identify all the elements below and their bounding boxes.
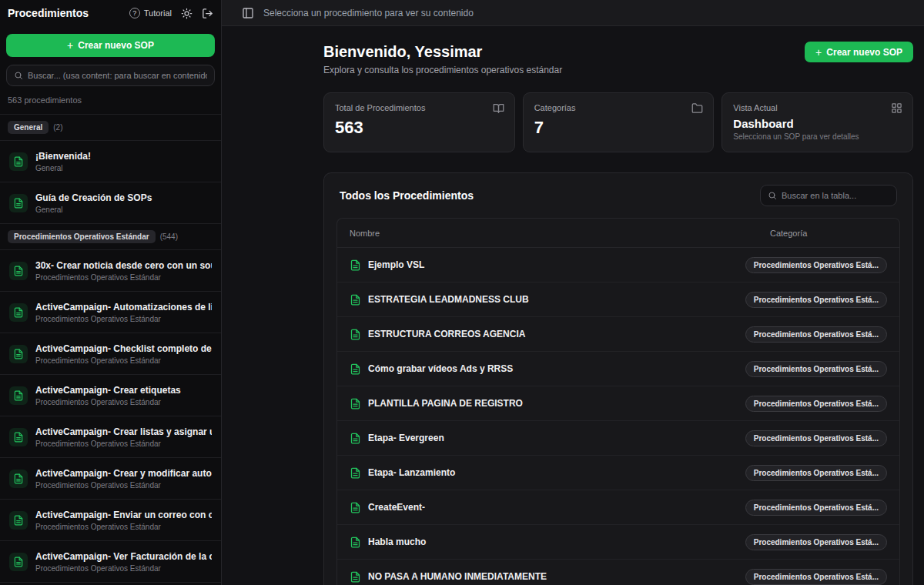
sop-title: ActiveCampaign- Crear y modificar automa… <box>35 468 212 479</box>
sop-category: Procedimientos Operativos Estándar <box>35 398 212 406</box>
sidebar-sop-item[interactable]: 30x- Crear noticia desde cero con un sou… <box>0 250 221 292</box>
theme-toggle-button[interactable] <box>181 8 192 19</box>
create-sop-button-main[interactable]: + Crear nuevo SOP <box>805 42 913 62</box>
document-icon <box>9 553 28 571</box>
sop-title: ActiveCampaign- Ver Facturación de la cu… <box>35 551 212 562</box>
stat-value: 563 <box>335 118 504 138</box>
sop-title: Guía de Creación de SOPs <box>35 192 212 203</box>
create-sop-button[interactable]: + Crear nuevo SOP <box>6 34 215 57</box>
folder-icon <box>691 102 703 114</box>
category-group-header: Procedimientos Operativos Estándar (544) <box>0 224 221 250</box>
sop-title: ActiveCampaign- Enviar un correo con cam… <box>35 510 212 520</box>
sidebar-category-group: Procedimientos Operativos Estándar (544)… <box>0 224 221 583</box>
document-icon <box>350 398 361 410</box>
sidebar-sop-item[interactable]: ActiveCampaign- Crear listas y asignar u… <box>0 416 221 458</box>
search-icon <box>14 71 23 80</box>
table-row[interactable]: NO PASA A HUMANO INMEDIATAMENTE Procedim… <box>337 560 899 585</box>
dashboard-content: Bienvenido, Yessimar Explora y consulta … <box>222 26 924 585</box>
sidebar-search-input[interactable] <box>28 71 207 80</box>
sop-category: Procedimientos Operativos Estándar <box>35 564 212 573</box>
table-header-row: Nombre Categoría <box>337 219 899 248</box>
table-row[interactable]: CreateEvent- Procedimientos Operativos E… <box>337 490 899 525</box>
table-search-input[interactable] <box>782 191 889 200</box>
procedures-count: 563 procedimientos <box>0 86 221 114</box>
table-card-header: Todos los Procedimientos <box>324 173 912 218</box>
procedures-table-card: Todos los Procedimientos Nombre Categorí… <box>323 172 913 585</box>
sidebar-sop-item[interactable]: Guía de Creación de SOPs General <box>0 182 221 224</box>
document-icon <box>9 511 28 530</box>
panel-toggle-button[interactable] <box>242 7 254 19</box>
greeting-subtitle: Explora y consulta los procedimientos op… <box>323 65 562 75</box>
sop-category: Procedimientos Operativos Estándar <box>35 440 212 448</box>
stat-note: Selecciona un SOP para ver detalles <box>733 132 902 141</box>
table-row[interactable]: Habla mucho Procedimientos Operativos Es… <box>337 525 899 560</box>
tutorial-button[interactable]: ? Tutorial <box>129 8 172 18</box>
sop-item-text: ¡Bienvenida! General <box>35 151 212 172</box>
sop-item-text: 30x- Crear noticia desde cero con un sou… <box>35 260 212 282</box>
table-row[interactable]: Etapa- Lanzamiento Procedimientos Operat… <box>337 456 899 490</box>
stat-card-view: Vista Actual Dashboard Selecciona un SOP… <box>721 92 913 152</box>
sop-category: Procedimientos Operativos Estándar <box>35 273 212 282</box>
table-row[interactable]: Ejemplo VSL Procedimientos Operativos Es… <box>337 248 899 282</box>
sidebar-sop-item[interactable]: ActiveCampaign- Crear y modificar automa… <box>0 458 221 500</box>
topbar: Selecciona un procedimiento para ver su … <box>222 0 924 26</box>
sidebar-sop-item[interactable]: ActiveCampaign- Crear etiquetas Procedim… <box>0 375 221 416</box>
row-category-badge: Procedimientos Operativos Está... <box>745 396 887 412</box>
category-count: (544) <box>160 232 178 241</box>
help-icon: ? <box>129 8 140 18</box>
row-category-badge: Procedimientos Operativos Está... <box>745 569 887 585</box>
document-icon <box>9 386 28 405</box>
table-row[interactable]: ESTRATEGIA LEADMADNESS CLUB Procedimient… <box>337 282 899 317</box>
sop-title: ActiveCampaign- Crear etiquetas <box>35 385 212 396</box>
logout-button[interactable] <box>202 8 213 19</box>
category-group-header: General (2) <box>0 115 221 141</box>
sidebar-sop-item[interactable]: ActiveCampaign- Ver Facturación de la cu… <box>0 541 221 583</box>
row-category-badge: Procedimientos Operativos Está... <box>745 361 887 377</box>
search-icon <box>768 191 777 200</box>
app-title: Procedimientos <box>8 7 89 19</box>
row-category-badge: Procedimientos Operativos Está... <box>745 465 887 481</box>
sop-category: Procedimientos Operativos Estándar <box>35 356 212 365</box>
table-row[interactable]: Cómo grabar vídeos Ads y RRSS Procedimie… <box>337 352 899 386</box>
sop-item-text: Guía de Creación de SOPs General <box>35 192 212 214</box>
sop-title: ¡Bienvenida! <box>35 151 212 162</box>
row-name: Ejemplo VSL <box>368 259 424 270</box>
sidebar-header: Procedimientos ? Tutorial <box>0 0 221 26</box>
sidebar-category-group: General (2) ¡Bienvenida! General Guía de… <box>0 115 221 224</box>
table-body: Ejemplo VSL Procedimientos Operativos Es… <box>337 248 899 585</box>
sop-item-text: ActiveCampaign- Checklist completo de Au… <box>35 343 212 365</box>
row-name: Etapa- Lanzamiento <box>368 467 455 478</box>
sidebar-header-actions: ? Tutorial <box>129 8 213 19</box>
sop-item-text: ActiveCampaign- Crear y modificar automa… <box>35 468 212 490</box>
row-name: Habla mucho <box>368 537 426 547</box>
stat-label: Total de Procedimientos <box>335 103 504 112</box>
table-row[interactable]: Etapa- Evergreen Procedimientos Operativ… <box>337 421 899 456</box>
sop-title: ActiveCampaign- Checklist completo de Au… <box>35 343 212 354</box>
procedures-table: Nombre Categoría Ejemplo VSL Procedimien… <box>336 218 900 585</box>
row-name-cell: ESTRUCTURA CORREOS AGENCIA <box>350 329 525 340</box>
sop-item-text: ActiveCampaign- Crear etiquetas Procedim… <box>35 385 212 406</box>
sidebar-sop-item[interactable]: ActiveCampaign- Enviar un correo con cam… <box>0 500 221 541</box>
category-badge: General <box>8 121 49 134</box>
table-row[interactable]: PLANTILLA PAGINA DE REGISTRO Procedimien… <box>337 386 899 421</box>
sidebar-panel-icon <box>242 7 254 19</box>
sop-item-text: ActiveCampaign- Enviar un correo con cam… <box>35 510 212 531</box>
document-icon <box>350 329 361 340</box>
document-icon <box>9 262 28 280</box>
row-name: Etapa- Evergreen <box>368 433 444 443</box>
document-icon <box>9 470 28 488</box>
row-name: PLANTILLA PAGINA DE REGISTRO <box>368 398 523 409</box>
sop-title: ActiveCampaign- Crear listas y asignar u… <box>35 426 212 437</box>
greeting-heading: Bienvenido, Yessimar <box>323 42 562 62</box>
row-name-cell: NO PASA A HUMANO INMEDIATAMENTE <box>350 571 547 583</box>
tutorial-label: Tutorial <box>144 8 172 18</box>
row-category-badge: Procedimientos Operativos Está... <box>745 534 887 550</box>
sidebar-sop-item[interactable]: ActiveCampaign- Checklist completo de Au… <box>0 333 221 375</box>
sidebar-sop-item[interactable]: ¡Bienvenida! General <box>0 141 221 182</box>
row-category-badge: Procedimientos Operativos Está... <box>745 430 887 446</box>
table-row[interactable]: ESTRUCTURA CORREOS AGENCIA Procedimiento… <box>337 317 899 352</box>
row-name: ESTRUCTURA CORREOS AGENCIA <box>368 329 525 339</box>
sidebar-sop-item[interactable]: ActiveCampaign- Automatizaciones de limp… <box>0 292 221 333</box>
stat-label: Categorías <box>534 103 703 112</box>
create-sop-main-label: Crear nuevo SOP <box>826 47 902 58</box>
